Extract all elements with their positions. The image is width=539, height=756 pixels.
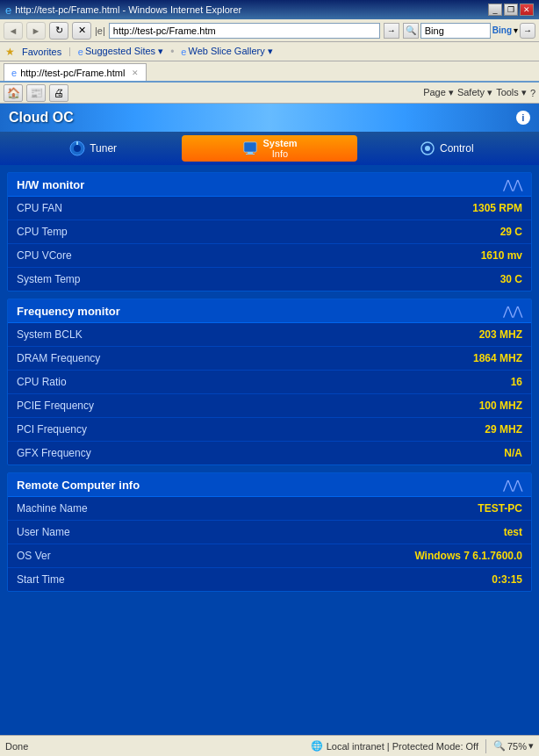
zoom-control[interactable]: 🔍 75% ▾ bbox=[493, 740, 534, 752]
machine-name-value: TEST-PC bbox=[478, 502, 522, 515]
dram-freq-row: DRAM Frequency 1864 MHZ bbox=[8, 347, 531, 371]
home-button[interactable]: 🏠 bbox=[4, 84, 23, 102]
zone-icon: 🌐 bbox=[311, 740, 323, 752]
search-icon-btn[interactable]: 🔍 bbox=[403, 23, 419, 39]
tuner-label: Tuner bbox=[90, 142, 117, 155]
go-button[interactable]: → bbox=[384, 23, 399, 39]
toolbar-left: 🏠 📰 🖨 bbox=[4, 84, 68, 102]
hw-monitor-title: H/W monitor bbox=[17, 178, 84, 191]
start-time-value: 0:3:15 bbox=[492, 573, 522, 586]
system-temp-value: 30 C bbox=[500, 273, 522, 285]
toolbar-icons: 🏠 📰 🖨 bbox=[4, 84, 68, 102]
pci-freq-value: 29 MHZ bbox=[485, 423, 522, 436]
app-nav-tabs: Tuner System Info bbox=[0, 132, 539, 165]
gfx-freq-row: GFX Frequency N/A bbox=[8, 442, 531, 464]
cpu-temp-label: CPU Temp bbox=[17, 226, 68, 238]
pci-freq-row: PCI Frequency 29 MHZ bbox=[8, 418, 531, 442]
system-temp-label: System Temp bbox=[17, 273, 80, 285]
suggested-icon: e bbox=[78, 47, 83, 57]
minimize-button[interactable]: _ bbox=[488, 4, 502, 16]
hw-monitor-section: H/W monitor ⋀⋀ CPU FAN 1305 RPM CPU Temp… bbox=[7, 172, 532, 292]
remote-info-header: Remote Computer info ⋀⋀ bbox=[8, 473, 531, 497]
remote-info-section: Remote Computer info ⋀⋀ Machine Name TES… bbox=[7, 472, 532, 592]
user-name-row: User Name test bbox=[8, 521, 531, 544]
restore-button[interactable]: ❐ bbox=[504, 4, 518, 16]
security-zone: 🌐 Local intranet | Protected Mode: Off bbox=[311, 740, 478, 752]
freq-monitor-collapse[interactable]: ⋀⋀ bbox=[503, 304, 522, 318]
control-icon bbox=[419, 140, 436, 157]
system-bclk-label: System BCLK bbox=[17, 328, 83, 341]
favorites-star: ★ bbox=[5, 46, 15, 58]
search-input[interactable] bbox=[420, 23, 491, 39]
address-input[interactable] bbox=[109, 23, 380, 39]
search-go-button[interactable]: → bbox=[520, 23, 535, 39]
system-bclk-row: System BCLK 203 MHZ bbox=[8, 323, 531, 347]
zoom-dropdown[interactable]: ▾ bbox=[528, 740, 534, 752]
status-divider bbox=[485, 739, 486, 753]
title-bar: e http://test-pc/Frame.html - Windows In… bbox=[0, 0, 539, 19]
help-button[interactable]: ? bbox=[530, 88, 535, 98]
cpu-ratio-label: CPU Ratio bbox=[17, 376, 67, 388]
tools-menu[interactable]: Tools ▾ bbox=[496, 87, 527, 98]
title-bar-text: e http://test-pc/Frame.html - Windows In… bbox=[5, 4, 241, 17]
machine-name-row: Machine Name TEST-PC bbox=[8, 497, 531, 521]
hw-monitor-collapse[interactable]: ⋀⋀ bbox=[503, 177, 522, 191]
nav-bar: ◄ ► ↻ ✕ |e| → 🔍 Bing ▾ → bbox=[0, 19, 539, 42]
info-icon[interactable]: i bbox=[516, 111, 530, 125]
favorites-bar: ★ Favorites | e Suggested Sites ▾ • e We… bbox=[0, 42, 539, 61]
hw-monitor-header: H/W monitor ⋀⋀ bbox=[8, 173, 531, 197]
title-bar-buttons[interactable]: _ ❐ ✕ bbox=[488, 4, 534, 16]
refresh-button[interactable]: ↻ bbox=[49, 22, 68, 40]
svg-point-1 bbox=[74, 145, 81, 152]
favorites-label[interactable]: Favorites bbox=[22, 47, 61, 57]
rss-button[interactable]: 📰 bbox=[26, 84, 46, 102]
start-time-row: Start Time 0:3:15 bbox=[8, 568, 531, 591]
cloud-oc-header: Cloud OC i bbox=[0, 104, 539, 132]
zoom-value: 75% bbox=[507, 741, 527, 752]
dram-freq-value: 1864 MHZ bbox=[473, 352, 522, 364]
svg-rect-4 bbox=[248, 152, 253, 154]
separator1: | bbox=[68, 47, 71, 56]
remote-info-title: Remote Computer info bbox=[17, 479, 140, 492]
close-button[interactable]: ✕ bbox=[520, 4, 534, 16]
content-area: Cloud OC i Tuner bbox=[0, 104, 539, 735]
suggested-sites[interactable]: e Suggested Sites ▾ bbox=[78, 46, 163, 57]
cpu-vcore-label: CPU VCore bbox=[17, 249, 72, 262]
safety-menu[interactable]: Safety ▾ bbox=[457, 87, 492, 98]
start-time-label: Start Time bbox=[17, 573, 65, 586]
remote-info-collapse[interactable]: ⋀⋀ bbox=[503, 478, 522, 492]
pcie-freq-row: PCIE Frequency 100 MHZ bbox=[8, 394, 531, 418]
separator2: • bbox=[170, 46, 174, 58]
address-label: |e| bbox=[95, 25, 105, 36]
toolbar-bar: 🏠 📰 🖨 Page ▾ Safety ▾ Tools ▾ ? bbox=[0, 83, 539, 104]
pcie-freq-value: 100 MHZ bbox=[479, 400, 522, 412]
cpu-vcore-row: CPU VCore 1610 mv bbox=[8, 244, 531, 268]
tab-label: http://test-pc/Frame.html bbox=[20, 68, 125, 78]
web-slice-gallery[interactable]: e Web Slice Gallery ▾ bbox=[181, 46, 272, 57]
tuner-tab[interactable]: Tuner bbox=[5, 135, 180, 162]
svg-rect-5 bbox=[246, 154, 255, 155]
search-dropdown[interactable]: ▾ bbox=[514, 25, 518, 35]
print-button[interactable]: 🖨 bbox=[49, 84, 68, 102]
cpu-temp-value: 29 C bbox=[500, 226, 522, 238]
tab-close[interactable]: ✕ bbox=[132, 68, 139, 77]
control-tab[interactable]: Control bbox=[359, 135, 534, 162]
system-info-tab[interactable]: System Info bbox=[182, 135, 356, 162]
cpu-fan-label: CPU FAN bbox=[17, 202, 62, 214]
bing-logo: Bing bbox=[492, 25, 512, 35]
current-tab[interactable]: e http://test-pc/Frame.html ✕ bbox=[4, 63, 147, 81]
toolbar-right: Page ▾ Safety ▾ Tools ▾ ? bbox=[423, 87, 535, 98]
forward-button[interactable]: ► bbox=[26, 22, 46, 40]
status-bar: Done 🌐 Local intranet | Protected Mode: … bbox=[0, 735, 539, 756]
status-text: Done bbox=[5, 741, 28, 752]
freq-monitor-title: Frequency monitor bbox=[17, 305, 120, 318]
dram-freq-label: DRAM Frequency bbox=[17, 352, 100, 364]
cpu-temp-row: CPU Temp 29 C bbox=[8, 220, 531, 244]
slice-icon: e bbox=[181, 47, 186, 57]
machine-name-label: Machine Name bbox=[17, 502, 88, 515]
page-menu[interactable]: Page ▾ bbox=[423, 87, 454, 98]
user-name-label: User Name bbox=[17, 526, 70, 538]
back-button[interactable]: ◄ bbox=[4, 22, 23, 40]
tuner-icon bbox=[68, 140, 86, 157]
stop-button[interactable]: ✕ bbox=[72, 22, 91, 40]
